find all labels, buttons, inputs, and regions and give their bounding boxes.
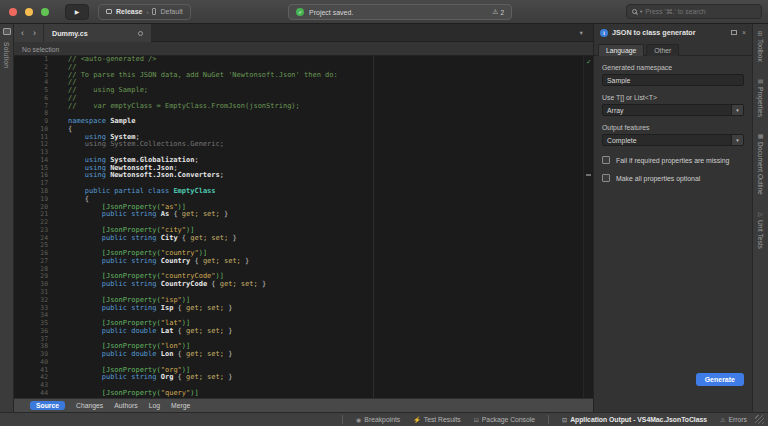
dock-tab-label: Unit Tests	[757, 220, 764, 249]
dock-tab-label: Document Outline	[757, 142, 764, 195]
optional-properties-label: Make all properties optional	[616, 175, 700, 182]
status-item-application-output-vs4mac-jsontoclass[interactable]: ⊡Application Output - VS4Mac.JsonToClass	[562, 416, 707, 423]
code-line: public string Isp { get; set; }	[68, 305, 593, 313]
status-item-package-console[interactable]: ⊡Package Console	[474, 416, 535, 423]
right-dock-strip: ⊞Toolbox▤Properties▦Document Outline▷Uni…	[752, 24, 768, 412]
left-dock-strip: Solution	[0, 24, 14, 412]
panel-tab-language[interactable]: Language	[598, 44, 644, 56]
status-separator	[548, 415, 549, 424]
dock-tab-label: Toolbox	[757, 39, 764, 62]
status-item-test-results[interactable]: ⚡Test Results	[413, 416, 461, 423]
saved-check-icon: ✓	[296, 8, 304, 16]
dock-tab-document-outline[interactable]: ▦Document Outline	[757, 132, 764, 195]
fail-required-checkbox[interactable]	[602, 156, 610, 164]
run-button[interactable]: ▶	[65, 4, 89, 20]
code-line: using Newtonsoft.Json.Converters;	[68, 172, 593, 180]
editor-column: ‹ › Dummy.cs ▼ No selection 123456789101…	[14, 24, 593, 412]
gutter: 1234567891011121314151617181920212223242…	[14, 56, 54, 398]
code-line: public string As { get; set; }	[68, 211, 593, 219]
search-icon	[632, 9, 637, 14]
warning-count: 2	[500, 9, 504, 16]
resize-grip-icon[interactable]	[755, 415, 764, 424]
breadcrumb-label: No selection	[22, 46, 59, 53]
status-item-label: Errors	[728, 416, 747, 423]
json-to-class-panel: i JSON to class generator × LanguageOthe…	[593, 24, 752, 412]
vcs-tab-authors[interactable]: Authors	[114, 402, 137, 409]
optional-properties-checkbox[interactable]	[602, 174, 610, 182]
panel-body: Generated namespace Use T[] or List<T> A…	[594, 56, 752, 412]
tab-navigation: ‹ ›	[14, 24, 43, 42]
status-bar-items: ◉Breakpoints⚡Test Results⊡Package Consol…	[329, 415, 747, 424]
warning-counter[interactable]: ⚠ 2	[493, 8, 504, 16]
code-lines: // <auto-generated />//// To parse this …	[54, 56, 593, 398]
info-icon: i	[600, 29, 608, 37]
close-window-button[interactable]	[9, 8, 17, 16]
minimize-window-button[interactable]	[25, 8, 33, 16]
dock-tab-unit-tests[interactable]: ▷Unit Tests	[757, 210, 764, 249]
namespace-input[interactable]	[602, 74, 744, 86]
vcs-tab-merge[interactable]: Merge	[171, 402, 190, 409]
vcs-tab-source[interactable]: Source	[30, 401, 65, 410]
no-errors-check-icon: ✓	[584, 58, 593, 66]
optional-properties-checkbox-row[interactable]: Make all properties optional	[602, 174, 744, 182]
navigate-forward-icon[interactable]: ›	[33, 28, 36, 38]
status-item-label: Test Results	[424, 416, 461, 423]
vcs-tab-log[interactable]: Log	[149, 402, 160, 409]
app-window: ▶ Release › Default ✓ Project saved. ⚠ 2…	[0, 0, 768, 426]
panel-header: i JSON to class generator ×	[594, 24, 752, 41]
list-type-label: Use T[] or List<T>	[602, 94, 744, 101]
status-item-breakpoints[interactable]: ◉Breakpoints	[356, 416, 400, 423]
code-line: [JsonProperty("query")]	[68, 390, 593, 398]
code-line: // using Sample;	[68, 87, 593, 95]
code-editor[interactable]: 1234567891011121314151617181920212223242…	[14, 56, 593, 398]
dock-tab-solution[interactable]: Solution	[3, 42, 10, 68]
zoom-window-button[interactable]	[41, 8, 49, 16]
dock-icon[interactable]	[731, 30, 737, 35]
status-separator	[342, 415, 343, 424]
scroll-mark	[586, 174, 591, 176]
main-toolbar: ▶ Release › Default ✓ Project saved. ⚠ 2…	[0, 0, 768, 24]
code-line: public string CountryCode { get; set; }	[68, 281, 593, 289]
close-icon[interactable]: ×	[742, 29, 746, 36]
search-input[interactable]	[645, 8, 756, 15]
fail-required-checkbox-row[interactable]: Fail if required properties are missing	[602, 156, 744, 164]
tab-overflow-icon[interactable]: ▼	[579, 24, 593, 42]
vcs-tab-changes[interactable]: Changes	[76, 402, 103, 409]
output-features-select[interactable]: Complete ▼	[602, 134, 744, 146]
panel-header-icons: ×	[731, 29, 746, 36]
generate-button[interactable]: Generate	[696, 373, 744, 386]
status-item-label: Breakpoints	[364, 416, 400, 423]
editor-tab-dummy-cs[interactable]: Dummy.cs	[43, 24, 151, 42]
status-item-icon: ◉	[356, 416, 361, 423]
code-line: using System.Collections.Generic;	[68, 141, 593, 149]
dock-tab-properties[interactable]: ▤Properties	[757, 77, 764, 117]
code-line: namespace Sample	[68, 118, 593, 126]
search-field[interactable]: ▾	[626, 4, 762, 19]
breadcrumb[interactable]: No selection	[14, 42, 593, 56]
warning-icon: ⚠	[493, 8, 499, 16]
panel-tab-other[interactable]: Other	[646, 44, 679, 56]
solution-pad-icon[interactable]	[3, 28, 11, 35]
search-dropdown-icon: ▾	[640, 9, 642, 14]
navigate-back-icon[interactable]: ‹	[21, 28, 24, 38]
code-line: // <auto-generated />	[68, 56, 593, 64]
toolbox-icon: ⊞	[757, 31, 764, 36]
line-number: 2	[14, 64, 48, 72]
fail-required-label: Fail if required properties are missing	[616, 157, 729, 164]
traffic-lights	[9, 8, 49, 16]
line-number: 3	[14, 72, 48, 80]
line-number: 8	[14, 110, 48, 118]
list-type-select[interactable]: Array ▼	[602, 104, 744, 116]
chevron-down-icon[interactable]: ▼	[731, 135, 743, 145]
line-number: 7	[14, 103, 48, 111]
configuration-selector[interactable]: Release › Default	[98, 4, 191, 20]
chevron-down-icon[interactable]: ▼	[731, 105, 743, 115]
modified-indicator-icon[interactable]	[138, 31, 143, 36]
dock-tab-label: Properties	[757, 87, 764, 117]
status-item-label: Application Output - VS4Mac.JsonToClass	[570, 416, 707, 423]
status-pill: ✓ Project saved. ⚠ 2	[288, 4, 512, 20]
line-number: 6	[14, 95, 48, 103]
dock-tab-toolbox[interactable]: ⊞Toolbox	[757, 31, 764, 62]
line-number: 4	[14, 79, 48, 87]
status-item-errors[interactable]: ⚠Errors	[720, 416, 747, 423]
